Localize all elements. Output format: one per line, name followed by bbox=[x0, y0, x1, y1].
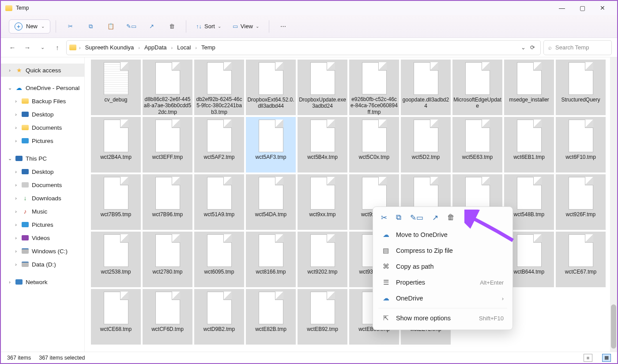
file-item[interactable]: wct3EFF.tmp bbox=[142, 116, 193, 173]
paste-button[interactable]: 📋 bbox=[102, 19, 120, 34]
refresh-button[interactable]: ⟳ bbox=[530, 44, 535, 51]
delete-icon[interactable]: 🗑 bbox=[447, 213, 455, 222]
sidebar-item[interactable]: ›Pictures bbox=[1, 134, 84, 147]
scrollbar-thumb[interactable] bbox=[611, 304, 616, 349]
file-item[interactable]: wct6EB1.tmp bbox=[503, 116, 555, 173]
file-item[interactable]: wctE82B.tmp bbox=[245, 288, 297, 345]
ctx-properties[interactable]: ☰ Properties Alt+Enter bbox=[373, 274, 512, 290]
sidebar-item[interactable]: ›Data (D:) bbox=[1, 258, 84, 271]
share-icon[interactable]: ↗ bbox=[432, 213, 438, 222]
file-item[interactable]: wct6F10.tmp bbox=[555, 116, 607, 173]
vertical-scrollbar[interactable] bbox=[610, 57, 617, 352]
sidebar-item[interactable]: ›Backup Files bbox=[1, 94, 84, 108]
sidebar-item-network[interactable]: › Network bbox=[1, 275, 84, 289]
file-item[interactable]: wct7B95.tmp bbox=[90, 173, 142, 231]
file-item[interactable]: wctCE68.tmp bbox=[90, 288, 142, 345]
file-item[interactable]: wct5C0x.tmp bbox=[348, 116, 400, 173]
sidebar-item[interactable]: ›Documents bbox=[1, 121, 84, 134]
file-grid-area: cv_debugd8b86c82-2e6f-445a8-a7ae-3b6b0cd… bbox=[85, 57, 617, 352]
file-item[interactable]: DropboxUpdate.exe3adbd24 bbox=[297, 59, 348, 116]
file-item[interactable]: wctEB92.tmp bbox=[297, 288, 348, 345]
sidebar-item[interactable]: ›Videos bbox=[1, 231, 84, 244]
file-item[interactable]: wct926F.tmp bbox=[555, 173, 607, 231]
file-item[interactable]: MicrosoftEdgeUpdate bbox=[452, 59, 503, 116]
file-item[interactable]: wct7B96.tmp bbox=[142, 173, 193, 231]
copy-icon[interactable]: ⧉ bbox=[396, 213, 401, 222]
file-item[interactable]: wct5D2.tmp bbox=[400, 116, 452, 173]
new-button[interactable]: + New ⌄ bbox=[9, 19, 50, 34]
back-button[interactable]: ← bbox=[6, 41, 19, 54]
sidebar-item[interactable]: ›Desktop bbox=[1, 108, 84, 121]
maximize-button[interactable]: ▢ bbox=[572, 1, 592, 15]
address-bar[interactable]: › Supreeth Koundiya › AppData › Local › … bbox=[66, 40, 541, 55]
file-item[interactable]: msedge_installer bbox=[503, 59, 555, 116]
breadcrumb[interactable]: Local bbox=[175, 43, 192, 52]
ctx-compress[interactable]: ▤ Compress to Zip file bbox=[373, 243, 512, 259]
more-button[interactable]: ⋯ bbox=[275, 19, 292, 34]
file-item[interactable]: wct5AF2.tmp bbox=[193, 116, 245, 173]
file-item[interactable]: wct54DA.tmp bbox=[245, 173, 297, 231]
file-item[interactable]: d8b86c82-2e6f-445a8-a7ae-3b6b0cdd52dc.tm… bbox=[142, 59, 193, 116]
recent-button[interactable]: ⌄ bbox=[36, 41, 49, 54]
sidebar-item-this-pc[interactable]: ⌄ This PC bbox=[1, 152, 84, 165]
ctx-show-more[interactable]: ⇱ Show more options Shift+F10 bbox=[373, 310, 512, 326]
file-item[interactable]: goopdate.dll3adbd24 bbox=[400, 59, 452, 116]
file-item[interactable]: wctCF6D.tmp bbox=[142, 288, 193, 345]
sidebar-item-quick-access[interactable]: › ★ Quick access bbox=[1, 64, 84, 77]
sidebar: › ★ Quick access ⌄ ☁ OneDrive - Personal… bbox=[1, 57, 85, 352]
sidebar-item[interactable]: ›Documents bbox=[1, 178, 84, 191]
chevron-down-icon[interactable]: ⌄ bbox=[521, 44, 526, 51]
copy-button[interactable]: ⧉ bbox=[82, 19, 99, 34]
file-item[interactable]: wct2538.tmp bbox=[90, 231, 142, 288]
ctx-onedrive[interactable]: ☁ OneDrive › bbox=[373, 290, 512, 306]
file-item[interactable]: wct2B4A.tmp bbox=[90, 116, 142, 173]
ctx-move-to-onedrive[interactable]: ☁ Move to OneDrive bbox=[373, 227, 512, 243]
rename-button[interactable]: ✎▭ bbox=[122, 19, 140, 34]
cut-button[interactable]: ✂ bbox=[61, 19, 79, 34]
file-item[interactable]: db2ef92b-6245-46c5-9fcc-380c2241bab3.tmp bbox=[193, 59, 245, 116]
icons-view-button[interactable]: ▦ bbox=[602, 354, 611, 362]
details-view-button[interactable]: ≡ bbox=[584, 354, 592, 362]
file-icon bbox=[104, 177, 128, 210]
chevron-right-icon: › bbox=[13, 98, 19, 104]
up-button[interactable]: ↑ bbox=[51, 41, 64, 54]
breadcrumb[interactable]: Temp bbox=[200, 43, 217, 52]
rename-icon[interactable]: ✎▭ bbox=[410, 213, 423, 222]
sidebar-item[interactable]: ›Pictures bbox=[1, 218, 84, 231]
sort-button[interactable]: ↑↓ Sort ⌄ bbox=[192, 20, 226, 32]
sidebar-item[interactable]: ›Windows (C:) bbox=[1, 244, 84, 258]
context-menu: ✂ ⧉ ✎▭ ↗ 🗑 ☁ Move to OneDrive ▤ Compress… bbox=[373, 206, 513, 330]
file-item[interactable]: e926b0fb-c52c-46ce-84ca-76ce060894ff.tmp bbox=[348, 59, 400, 116]
file-item[interactable]: wct5E63.tmp bbox=[452, 116, 503, 173]
file-item[interactable]: wct5B4x.tmp bbox=[297, 116, 348, 173]
chevron-right-icon: › bbox=[13, 195, 19, 201]
sidebar-item[interactable]: ›↓Downloads bbox=[1, 191, 84, 205]
file-item[interactable]: StructuredQuery bbox=[555, 59, 607, 116]
file-item[interactable]: wct2780.tmp bbox=[142, 231, 193, 288]
minimize-button[interactable]: — bbox=[552, 1, 572, 15]
sidebar-item[interactable]: ›♪Music bbox=[1, 205, 84, 218]
file-item[interactable]: wct6095.tmp bbox=[193, 231, 245, 288]
search-input[interactable]: ⌕ Search Temp bbox=[543, 40, 612, 55]
breadcrumb[interactable]: Supreeth Koundiya bbox=[83, 43, 136, 52]
breadcrumb[interactable]: AppData bbox=[143, 43, 169, 52]
view-button[interactable]: ▭ View ⌄ bbox=[228, 20, 264, 32]
file-item[interactable]: wctCE67.tmp bbox=[555, 231, 607, 288]
cut-icon[interactable]: ✂ bbox=[381, 213, 387, 222]
file-item[interactable]: wct5AF3.tmp bbox=[245, 116, 297, 173]
file-item[interactable]: DropboxExt64.52.0.dll3adbd44 bbox=[245, 59, 297, 116]
delete-button[interactable]: 🗑 bbox=[163, 19, 181, 34]
file-item[interactable]: cv_debug bbox=[90, 59, 142, 116]
sidebar-item[interactable]: ›Desktop bbox=[1, 165, 84, 178]
file-item[interactable]: wct51A9.tmp bbox=[193, 173, 245, 231]
file-item[interactable]: wct9xx.tmp bbox=[297, 173, 348, 231]
file-item[interactable]: wct9202.tmp bbox=[297, 231, 348, 288]
close-button[interactable]: ✕ bbox=[592, 1, 613, 15]
sidebar-item-onedrive[interactable]: ⌄ ☁ OneDrive - Personal bbox=[1, 81, 84, 94]
share-button[interactable]: ↗ bbox=[143, 19, 160, 34]
forward-button[interactable]: → bbox=[21, 41, 34, 54]
ctx-copy-path[interactable]: ⌘ Copy as path bbox=[373, 259, 512, 274]
file-item[interactable]: wctD9B2.tmp bbox=[193, 288, 245, 345]
file-item[interactable]: wct8166.tmp bbox=[245, 231, 297, 288]
file-name: wctCE67.tmp bbox=[564, 269, 597, 275]
